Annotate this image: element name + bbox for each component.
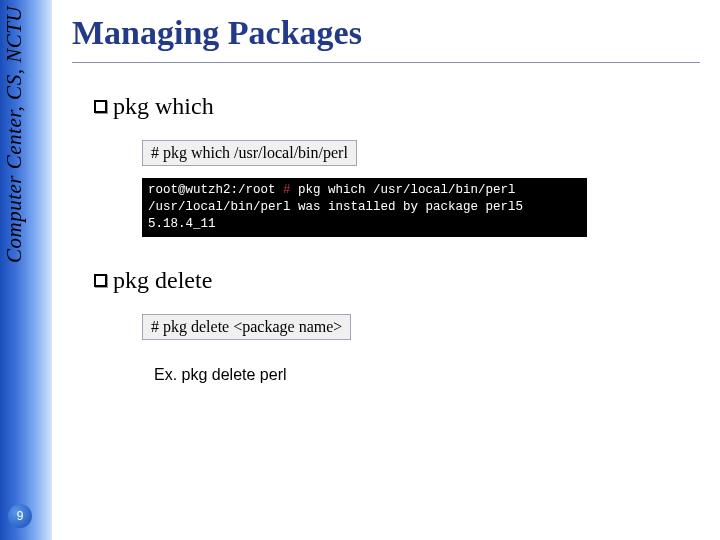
terminal-output: root@wutzh2:/root # pkg which /usr/local… (142, 178, 587, 237)
section-heading: pkg delete (94, 267, 700, 294)
section-heading-text: pkg delete (113, 267, 212, 294)
section-pkg-delete: pkg delete # pkg delete <package name> E… (94, 267, 700, 384)
section-heading-text: pkg which (113, 93, 214, 120)
section-heading: pkg which (94, 93, 700, 120)
terminal-pound: # (283, 183, 291, 197)
section-pkg-which: pkg which # pkg which /usr/local/bin/per… (94, 93, 700, 237)
command-box-delete: # pkg delete <package name> (142, 314, 351, 340)
terminal-prompt: root@wutzh2:/root (148, 183, 283, 197)
terminal-result: /usr/local/bin/perl was installed by pac… (148, 200, 531, 231)
page-title: Managing Packages (72, 14, 700, 63)
bullet-icon (94, 100, 107, 113)
slide-number-badge: 9 (8, 504, 32, 528)
slide-number: 9 (17, 509, 24, 523)
sidebar-institution-label: Computer Center, CS, NCTU (2, 6, 27, 263)
terminal-command: pkg which /usr/local/bin/perl (291, 183, 516, 197)
example-text: Ex. pkg delete perl (154, 366, 700, 384)
slide-content: Managing Packages pkg which # pkg which … (72, 14, 700, 414)
command-box-which: # pkg which /usr/local/bin/perl (142, 140, 357, 166)
sidebar: Computer Center, CS, NCTU 9 (0, 0, 52, 540)
bullet-icon (94, 274, 107, 287)
